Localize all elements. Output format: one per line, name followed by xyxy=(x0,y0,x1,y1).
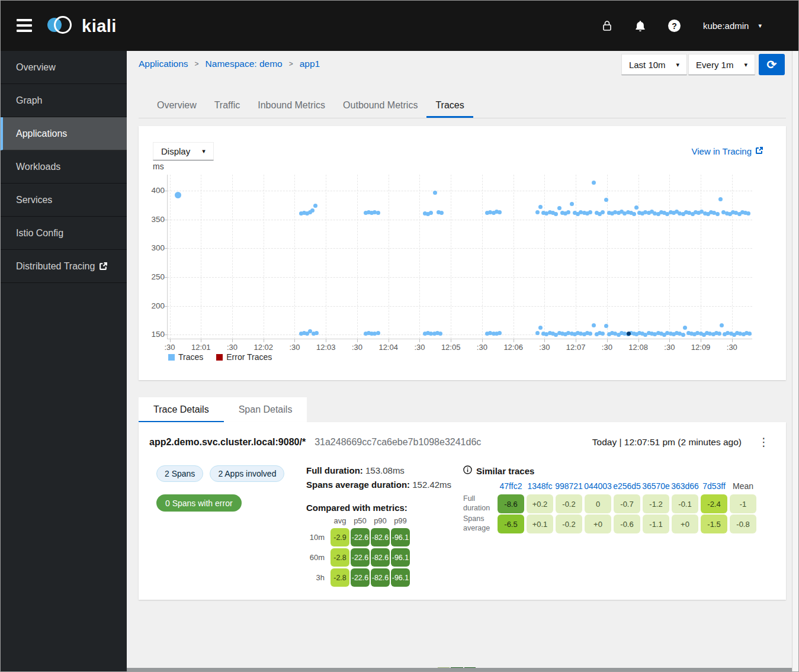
sidebar-item-overview[interactable]: Overview xyxy=(1,51,127,84)
trace-point[interactable] xyxy=(720,323,724,327)
trace-timestamp: Today | 12:07:51 pm (2 minutes ago) xyxy=(592,437,742,448)
breadcrumb-link-applications[interactable]: Applications xyxy=(139,59,188,69)
trace-point[interactable] xyxy=(433,191,437,195)
similar-trace-link[interactable]: 7d53ff xyxy=(699,481,729,493)
duration-select-value: Last 10m xyxy=(629,60,666,70)
external-link-icon xyxy=(755,146,763,156)
x-tick-label: 12:06 xyxy=(500,343,527,352)
similar-trace-link[interactable]: 36570e xyxy=(641,481,670,493)
chevron-down-icon: ▾ xyxy=(202,147,206,155)
similar-metric-cell: +0 xyxy=(672,515,698,533)
help-icon[interactable]: ? xyxy=(668,20,681,32)
compared-col-header: avg xyxy=(330,516,350,526)
spans-avg-label: Spans average duration: xyxy=(306,480,410,490)
tab-traffic[interactable]: Traffic xyxy=(206,94,249,118)
trace-point[interactable] xyxy=(747,332,752,336)
trace-point[interactable] xyxy=(535,331,540,335)
trace-point[interactable] xyxy=(601,210,605,214)
kebab-menu-icon[interactable]: ⋮ xyxy=(758,436,769,448)
traces-scatter-chart: ms 150200250300350400:3012:01:3012:02:30… xyxy=(153,163,772,348)
compared-metric-cell: -2.8 xyxy=(330,548,349,567)
tab-trace-details[interactable]: Trace Details xyxy=(139,397,224,423)
trace-point[interactable] xyxy=(592,323,596,327)
main-content: Applications>Namespace: demo>app1 Last 1… xyxy=(127,51,798,671)
x-tick-label: 12:08 xyxy=(625,343,652,352)
similar-trace-link[interactable]: 044003 xyxy=(583,481,612,493)
breadcrumb-link-app1[interactable]: app1 xyxy=(300,59,320,69)
time-controls: Last 10m ▾ Every 1m ▾ ⟳ xyxy=(620,54,785,75)
trace-service-name: app2.demo.svc.cluster.local:9080/* xyxy=(149,437,306,448)
similar-trace-link[interactable]: 47ffc2 xyxy=(496,481,525,493)
trace-point[interactable] xyxy=(175,192,181,198)
display-dropdown[interactable]: Display ▾ xyxy=(153,142,214,160)
legend-item-traces[interactable]: Traces xyxy=(168,352,203,362)
trace-point[interactable] xyxy=(535,210,540,214)
trace-point[interactable] xyxy=(718,197,723,201)
trace-point[interactable] xyxy=(746,211,750,216)
sidebar-item-label: Graph xyxy=(16,95,42,106)
trace-point[interactable] xyxy=(376,331,380,335)
trace-point[interactable] xyxy=(439,211,444,215)
tab-span-details[interactable]: Span Details xyxy=(224,397,307,423)
sidebar-item-services[interactable]: Services xyxy=(1,184,127,217)
trace-point[interactable] xyxy=(554,212,558,216)
tab-inbound-metrics[interactable]: Inbound Metrics xyxy=(249,94,334,118)
auth-lock-icon[interactable] xyxy=(602,20,612,32)
chip-2-apps-involved: 2 Apps involved xyxy=(210,465,284,482)
trace-point[interactable] xyxy=(538,326,543,330)
similar-trace-link[interactable]: 1348fc xyxy=(525,481,554,493)
trace-point[interactable] xyxy=(438,332,442,336)
similar-metric-cell: -8.6 xyxy=(498,494,524,513)
trace-point[interactable] xyxy=(498,210,502,214)
trace-point[interactable] xyxy=(310,208,315,213)
trace-point[interactable] xyxy=(313,204,317,208)
trace-point[interactable] xyxy=(557,206,561,210)
trace-point[interactable] xyxy=(315,331,319,335)
similar-trace-link[interactable]: e256d5 xyxy=(612,481,641,493)
app-detail-tabs: OverviewTrafficInbound MetricsOutbound M… xyxy=(139,94,786,118)
compared-row-label: 10m xyxy=(306,533,330,542)
duration-select[interactable]: Last 10m ▾ xyxy=(621,54,687,75)
refresh-button[interactable]: ⟳ xyxy=(759,54,785,75)
trace-point[interactable] xyxy=(604,324,608,328)
similar-trace-link[interactable]: 363d66 xyxy=(670,481,699,493)
trace-point[interactable] xyxy=(717,332,721,336)
menu-toggle-button[interactable] xyxy=(17,19,32,32)
trace-point[interactable] xyxy=(376,211,380,215)
similar-metric-cell: -0.2 xyxy=(556,515,582,533)
vertical-scrollbar[interactable] xyxy=(792,51,798,671)
trace-point[interactable] xyxy=(592,181,596,185)
compared-metric-cell: -22.6 xyxy=(351,548,370,567)
notifications-bell-icon[interactable] xyxy=(635,20,646,32)
trace-point[interactable] xyxy=(538,205,543,209)
similar-metric-cell: -0.6 xyxy=(614,515,640,533)
trace-point[interactable] xyxy=(588,332,592,336)
chart-plot[interactable]: 150200250300350400:3012:01:3012:02:3012:… xyxy=(167,175,752,339)
trace-point[interactable] xyxy=(588,210,592,214)
user-menu[interactable]: kube:admin ▾ xyxy=(703,21,762,31)
trace-point[interactable] xyxy=(632,212,636,216)
sidebar-item-istio-config[interactable]: Istio Config xyxy=(1,217,127,250)
trace-point[interactable] xyxy=(604,198,608,202)
sidebar-item-distributed-tracing[interactable]: Distributed Tracing xyxy=(1,250,127,283)
kiali-brand: kiali xyxy=(45,14,117,38)
breadcrumb-link-namespace-demo[interactable]: Namespace: demo xyxy=(206,59,283,69)
trace-point[interactable] xyxy=(429,211,433,215)
trace-point[interactable] xyxy=(681,333,685,337)
similar-trace-link[interactable]: 998721 xyxy=(554,481,583,493)
tab-outbound-metrics[interactable]: Outbound Metrics xyxy=(334,94,426,118)
view-in-tracing-link[interactable]: View in Tracing xyxy=(692,146,763,156)
trace-point[interactable] xyxy=(683,326,687,330)
trace-point[interactable] xyxy=(634,205,638,210)
sidebar-item-graph[interactable]: Graph xyxy=(1,84,127,117)
trace-point[interactable] xyxy=(570,202,574,206)
compared-metric-cell: -22.6 xyxy=(351,568,370,587)
sidebar-item-workloads[interactable]: Workloads xyxy=(1,150,127,184)
trace-point[interactable] xyxy=(715,212,720,216)
trace-point[interactable] xyxy=(566,210,570,214)
sidebar-item-applications[interactable]: Applications xyxy=(1,117,127,150)
legend-item-error-traces[interactable]: Error Traces xyxy=(216,352,272,362)
tab-traces[interactable]: Traces xyxy=(426,94,473,118)
refresh-interval-select[interactable]: Every 1m ▾ xyxy=(688,54,755,75)
tab-overview[interactable]: Overview xyxy=(148,94,206,118)
